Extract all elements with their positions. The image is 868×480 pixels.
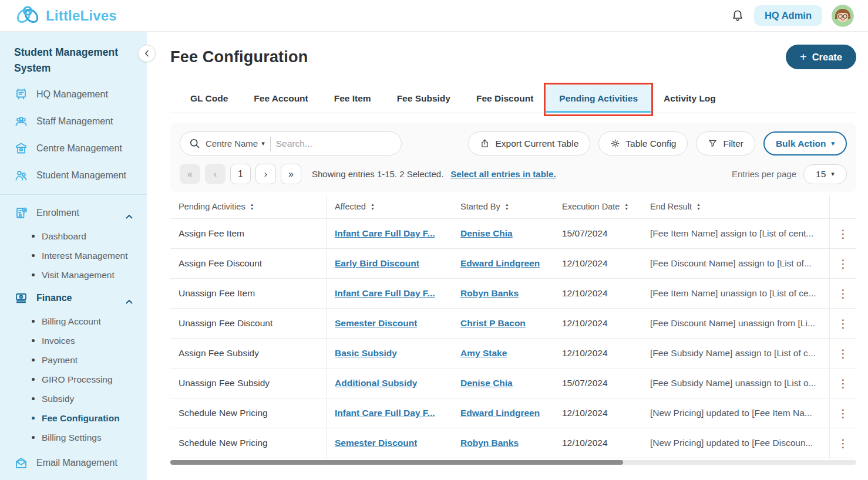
sidebar-section-label: Finance xyxy=(36,293,117,303)
sidebar-subitem-dashboard[interactable]: Dashboard xyxy=(0,227,147,246)
tab-pending-activities[interactable]: Pending Activities xyxy=(546,84,651,113)
sidebar-section-finance[interactable]: Finance xyxy=(0,285,147,312)
cell-execution-date: 12/10/2024 xyxy=(554,428,642,458)
column-header-started-by[interactable]: Started By▲▼ xyxy=(452,195,554,218)
column-header-execution-date[interactable]: Execution Date▲▼ xyxy=(554,195,642,218)
column-header-pending-activities[interactable]: Pending Activities▲▼ xyxy=(170,195,327,218)
subitem-label: Interest Management xyxy=(42,251,127,261)
user-role-badge[interactable]: HQ Admin xyxy=(754,5,822,26)
column-label: Affected xyxy=(335,202,366,211)
app-window: LittleLives HQ Admin xyxy=(0,0,868,480)
caret-down-icon: ▾ xyxy=(831,171,835,177)
sort-icon[interactable]: ▲▼ xyxy=(697,203,701,211)
search-input[interactable] xyxy=(276,138,392,149)
affected-link[interactable]: Basic Subsidy xyxy=(335,348,397,359)
kebab-menu-icon[interactable]: ⋮ xyxy=(837,318,849,329)
started-by-link[interactable]: Amy Stake xyxy=(460,348,507,359)
affected-link[interactable]: Semester Discount xyxy=(335,438,417,448)
entries-per-page-dropdown[interactable]: 15 ▾ xyxy=(803,164,847,184)
sidebar-section-enrolment[interactable]: Enrolment xyxy=(0,200,147,227)
horizontal-scrollbar-thumb[interactable] xyxy=(170,460,623,465)
started-by-link[interactable]: Edward Lindgreen xyxy=(460,258,540,269)
bulk-action-button[interactable]: Bulk Action ▾ xyxy=(763,131,847,156)
sidebar-item-email-management[interactable]: Email Management xyxy=(0,449,147,476)
current-page-button[interactable]: 1 xyxy=(230,164,251,184)
sidebar-subitem-billing-settings[interactable]: Billing Settings xyxy=(0,428,147,447)
hq-management-icon xyxy=(14,87,28,102)
sidebar-item-centre-management[interactable]: Centre Management xyxy=(0,135,147,162)
kebab-menu-icon[interactable]: ⋮ xyxy=(837,258,849,269)
sidebar-item-staff-management[interactable]: Staff Management xyxy=(0,108,147,135)
kebab-menu-icon[interactable]: ⋮ xyxy=(837,348,849,359)
sidebar: Student Management System HQ Management … xyxy=(0,32,147,480)
table-config-button[interactable]: Table Config xyxy=(598,131,688,156)
cell-execution-date: 12/10/2024 xyxy=(554,309,642,338)
kebab-menu-icon[interactable]: ⋮ xyxy=(837,408,849,419)
sidebar-subitem-visit-management[interactable]: Visit Management xyxy=(0,265,147,285)
tab-activity-log[interactable]: Activity Log xyxy=(651,84,729,113)
subitem-label: Billing Settings xyxy=(42,432,102,443)
search-divider xyxy=(270,137,271,151)
tab-fee-discount[interactable]: Fee Discount xyxy=(463,84,546,113)
cell-execution-date: 12/10/2024 xyxy=(554,339,642,368)
kebab-menu-icon[interactable]: ⋮ xyxy=(837,438,849,449)
cell-activity: Assign Fee Subsidy xyxy=(170,339,327,368)
notification-bell-icon[interactable] xyxy=(731,9,745,23)
affected-link[interactable]: Infant Care Full Day F... xyxy=(335,288,435,299)
kebab-menu-icon[interactable]: ⋮ xyxy=(837,378,849,389)
affected-link[interactable]: Infant Care Full Day F... xyxy=(335,408,435,418)
select-all-entries-link[interactable]: Select all entries in table. xyxy=(450,169,556,179)
subitem-label: GIRO Processing xyxy=(42,374,113,385)
tab-fee-subsidy[interactable]: Fee Subsidy xyxy=(384,84,463,113)
started-by-link[interactable]: Denise Chia xyxy=(460,378,513,388)
chevron-up-icon xyxy=(126,296,133,300)
cell-execution-date: 15/07/2024 xyxy=(554,369,642,398)
tab-gl-code[interactable]: GL Code xyxy=(177,84,241,113)
enrolment-icon xyxy=(14,206,28,220)
kebab-menu-icon[interactable]: ⋮ xyxy=(837,288,849,299)
started-by-link[interactable]: Christ P Bacon xyxy=(460,318,526,329)
user-avatar[interactable] xyxy=(832,5,854,27)
kebab-menu-icon[interactable]: ⋮ xyxy=(837,228,849,239)
column-header-end-result[interactable]: End Result▲▼ xyxy=(642,195,829,218)
sidebar-item-student-management[interactable]: Student Management xyxy=(0,162,147,189)
filter-funnel-icon xyxy=(708,138,718,148)
sidebar-subitem-fee-configuration[interactable]: Fee Configuration xyxy=(0,408,147,428)
tab-fee-account[interactable]: Fee Account xyxy=(241,84,321,113)
sidebar-subitem-giro-processing[interactable]: GIRO Processing xyxy=(0,370,147,389)
column-header-affected[interactable]: Affected▲▼ xyxy=(327,195,452,218)
sort-icon[interactable]: ▲▼ xyxy=(371,203,375,211)
export-current-table-button[interactable]: Export Current Table xyxy=(468,131,590,156)
search-category-dropdown[interactable]: Centre Name ▾ xyxy=(206,138,265,148)
sidebar-subitem-payment[interactable]: Payment xyxy=(0,350,147,370)
bullet-dot xyxy=(32,339,35,342)
caret-down-icon: ▾ xyxy=(831,140,835,147)
next-page-button[interactable]: › xyxy=(255,164,276,184)
sidebar-collapse-button[interactable] xyxy=(138,45,156,62)
affected-link[interactable]: Early Bird Discount xyxy=(335,258,419,269)
brand[interactable]: LittleLives xyxy=(15,3,117,29)
affected-link[interactable]: Infant Care Full Day F... xyxy=(335,228,435,239)
sidebar-subitem-interest-management[interactable]: Interest Management xyxy=(0,246,147,265)
sidebar-subitem-billing-account[interactable]: Billing Account xyxy=(0,312,147,331)
started-by-link[interactable]: Denise Chia xyxy=(460,228,513,239)
last-page-button[interactable]: » xyxy=(281,164,301,184)
sidebar-item-hq-management[interactable]: HQ Management xyxy=(0,81,147,108)
sort-icon[interactable]: ▲▼ xyxy=(624,203,628,211)
subitem-label: Subsidy xyxy=(42,394,74,404)
sidebar-subitem-invoices[interactable]: Invoices xyxy=(0,331,147,350)
sort-icon[interactable]: ▲▼ xyxy=(505,203,509,211)
started-by-link[interactable]: Robyn Banks xyxy=(460,288,519,299)
affected-link[interactable]: Additional Subsidy xyxy=(335,378,417,388)
sort-icon[interactable]: ▲▼ xyxy=(250,203,254,211)
affected-link[interactable]: Semester Discount xyxy=(335,318,417,329)
create-button[interactable]: + Create xyxy=(786,45,856,69)
started-by-link[interactable]: Robyn Banks xyxy=(460,438,519,448)
main-content: Fee Configuration + Create GL Code Fee A… xyxy=(147,32,868,480)
filter-button[interactable]: Filter xyxy=(696,131,755,156)
sidebar-subitem-subsidy[interactable]: Subsidy xyxy=(0,389,147,408)
tab-fee-item[interactable]: Fee Item xyxy=(321,84,384,113)
column-label: Pending Activities xyxy=(179,202,245,211)
started-by-link[interactable]: Edward Lindgreen xyxy=(460,408,540,418)
cell-activity: Unassign Fee Subsidy xyxy=(170,369,327,398)
